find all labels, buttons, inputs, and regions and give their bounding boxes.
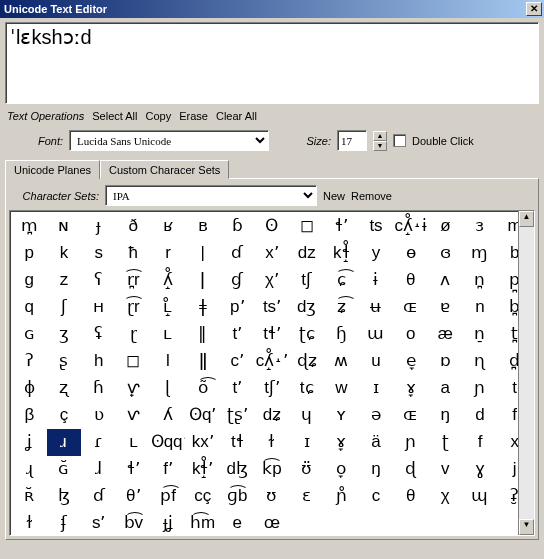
char-cell[interactable]: ɬʼ [116, 456, 151, 483]
char-cell[interactable]: ɒ [428, 348, 463, 375]
char-cell[interactable]: n̠ [463, 321, 498, 348]
char-cell[interactable]: ɳ [463, 348, 498, 375]
tab-unicode-planes[interactable]: Unicode Planes [5, 160, 100, 179]
char-cell[interactable]: ɤ̞ [324, 429, 359, 456]
erase-button[interactable]: Erase [179, 110, 208, 122]
char-cell[interactable]: ç [47, 402, 82, 429]
char-cell[interactable]: n̪ [463, 267, 498, 294]
char-cell[interactable]: ɜ [463, 213, 498, 240]
char-cell[interactable]: k͡p [255, 456, 290, 483]
char-cell[interactable]: ɣ [463, 456, 498, 483]
char-cell[interactable]: u [359, 348, 394, 375]
char-cell[interactable]: cʎ̝̊˔ɨ [393, 213, 428, 240]
char-cell[interactable]: ʑ͡ [324, 294, 359, 321]
char-cell[interactable]: sʼ [81, 510, 116, 536]
char-cell[interactable]: d [463, 402, 498, 429]
char-cell[interactable]: ɲ̊ [324, 483, 359, 510]
char-cell[interactable]: ħ [116, 240, 151, 267]
char-cell[interactable]: ɻ [12, 456, 47, 483]
char-cell[interactable]: b͡v [116, 510, 151, 536]
char-cell[interactable]: ɮ [47, 483, 82, 510]
char-cell[interactable]: m̪ [12, 213, 47, 240]
char-cell[interactable]: ɸ [12, 375, 47, 402]
close-icon[interactable]: ✕ [526, 2, 542, 16]
char-cell[interactable]: ʊ [255, 483, 290, 510]
char-cell[interactable]: ʉ [359, 294, 394, 321]
select-all-button[interactable]: Select All [92, 110, 137, 122]
char-cell[interactable]: tɬʼ [255, 321, 290, 348]
clear-all-button[interactable]: Clear All [216, 110, 257, 122]
char-cell[interactable]: ʙ [185, 213, 220, 240]
char-cell[interactable]: ʕ [81, 267, 116, 294]
char-cell[interactable]: tʃʼ [255, 375, 290, 402]
char-cell[interactable]: ◻ [289, 213, 324, 240]
char-cell[interactable]: ɪ [359, 375, 394, 402]
char-cell[interactable]: kɬ̝̊ [324, 240, 359, 267]
scroll-up-icon[interactable]: ▲ [519, 211, 534, 227]
char-cell[interactable]: pʼ [220, 294, 255, 321]
char-cell[interactable]: ɐ [428, 294, 463, 321]
size-spin-up[interactable]: ▲ [373, 131, 387, 141]
char-cell[interactable]: ŋ [428, 402, 463, 429]
character-set-select[interactable]: IPA [105, 185, 317, 206]
font-select[interactable]: Lucida Sans Unicode [69, 130, 269, 151]
char-cell[interactable]: ɓ [220, 213, 255, 240]
char-cell[interactable]: ɖ [393, 456, 428, 483]
char-cell[interactable]: æ [428, 321, 463, 348]
char-cell[interactable]: ɬʼ [324, 213, 359, 240]
char-cell[interactable]: h͡m [185, 510, 220, 536]
char-cell[interactable]: xʼ [255, 240, 290, 267]
char-cell[interactable]: ɠ [220, 267, 255, 294]
char-cell[interactable]: cʎ̝̊˔ʼ [255, 348, 290, 375]
char-cell[interactable]: ʢ [81, 321, 116, 348]
char-cell[interactable]: ʂ [47, 348, 82, 375]
char-cell[interactable]: ɛ [289, 483, 324, 510]
char-cell[interactable]: ʍ [324, 348, 359, 375]
char-cell[interactable]: tɬ [220, 429, 255, 456]
char-cell[interactable]: ɟ [81, 213, 116, 240]
char-cell[interactable]: ʘqqʼ [151, 429, 186, 456]
char-cell[interactable]: œ [255, 510, 290, 536]
char-cell[interactable]: ◻ [116, 348, 151, 375]
char-cell[interactable]: tʼ [220, 321, 255, 348]
char-cell[interactable]: ʏ [324, 402, 359, 429]
char-cell[interactable]: ɵ [393, 240, 428, 267]
char-cell[interactable]: ɥ [289, 402, 324, 429]
char-cell[interactable]: ts [359, 213, 394, 240]
char-cell[interactable]: ʎ [151, 402, 186, 429]
char-cell[interactable]: ɭ [151, 375, 186, 402]
char-cell[interactable]: ɴ [47, 213, 82, 240]
char-cell[interactable]: ʃ [47, 294, 82, 321]
char-cell[interactable]: ǁ [185, 348, 220, 375]
char-cell[interactable]: ɡ͡b [220, 483, 255, 510]
char-cell[interactable]: p [12, 240, 47, 267]
char-cell[interactable]: a [428, 375, 463, 402]
char-cell[interactable]: ɞ [428, 240, 463, 267]
char-cell[interactable]: ʜ [81, 294, 116, 321]
char-cell[interactable]: ð [116, 213, 151, 240]
char-cell[interactable]: β [12, 402, 47, 429]
char-cell[interactable]: n [463, 294, 498, 321]
copy-button[interactable]: Copy [146, 110, 172, 122]
char-cell[interactable]: kɬ̝̊ʼ [185, 456, 220, 483]
char-cell[interactable]: o [393, 321, 428, 348]
char-cell[interactable]: ɫ [255, 429, 290, 456]
char-cell[interactable]: r̪͡r [116, 267, 151, 294]
remove-charset-button[interactable]: Remove [351, 190, 392, 202]
char-cell[interactable]: ä [359, 429, 394, 456]
char-cell[interactable]: y [359, 240, 394, 267]
char-cell[interactable]: ʘqʼ [185, 402, 220, 429]
char-cell[interactable]: e [220, 510, 255, 536]
char-cell[interactable]: ʎ̝̊ [151, 267, 186, 294]
char-cell[interactable]: ʀ̆ [12, 483, 47, 510]
char-cell[interactable]: ɫ [12, 510, 47, 536]
char-cell[interactable]: χʼ [255, 267, 290, 294]
char-cell[interactable]: dɮ [220, 456, 255, 483]
char-cell[interactable]: ɗ [81, 483, 116, 510]
char-cell[interactable]: ‖ [185, 321, 220, 348]
char-cell[interactable]: ɹ [47, 429, 82, 456]
char-cell[interactable]: c [359, 483, 394, 510]
char-cell[interactable]: õ͡ [185, 375, 220, 402]
char-cell[interactable]: ɶ [393, 402, 428, 429]
new-charset-button[interactable]: New [323, 190, 345, 202]
